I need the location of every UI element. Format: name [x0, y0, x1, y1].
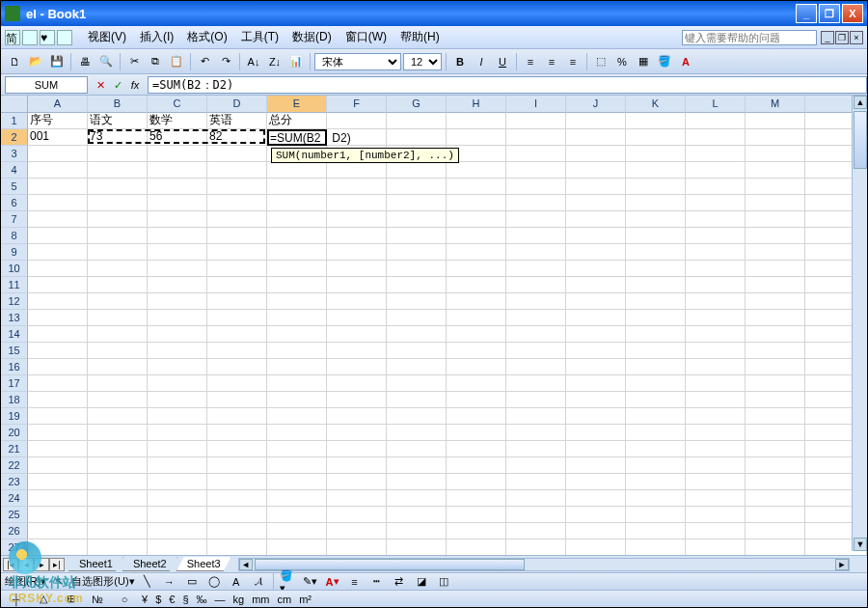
cell-I17[interactable] — [506, 375, 566, 392]
row-header[interactable]: 14 — [1, 326, 28, 343]
cell-A24[interactable] — [28, 490, 88, 507]
cell-B27[interactable] — [88, 539, 148, 556]
sheet-tab[interactable]: Sheet3 — [176, 557, 231, 571]
fx-button[interactable]: fx — [128, 78, 142, 92]
cell-A2[interactable]: 001 — [28, 129, 88, 146]
cell-J27[interactable] — [566, 539, 626, 556]
cell-F18[interactable] — [327, 392, 387, 408]
cell-H8[interactable] — [447, 228, 506, 244]
cell-C14[interactable] — [148, 326, 207, 343]
cell-L13[interactable] — [686, 310, 746, 326]
cell-D19[interactable] — [207, 408, 267, 425]
column-header[interactable]: J — [566, 96, 626, 113]
cell-B22[interactable] — [88, 457, 148, 474]
cell-M13[interactable] — [746, 310, 805, 326]
cell-E6[interactable] — [267, 195, 327, 211]
row-header[interactable]: 26 — [1, 523, 28, 539]
cell-B1[interactable]: 语文 — [88, 113, 148, 129]
open-icon[interactable]: 📂 — [26, 52, 45, 71]
cell-E12[interactable] — [267, 293, 327, 310]
row-header[interactable]: 19 — [1, 408, 28, 425]
cell-D22[interactable] — [207, 457, 267, 474]
cell-J18[interactable] — [566, 392, 626, 408]
cell-M25[interactable] — [746, 507, 805, 523]
cell-K9[interactable] — [626, 244, 686, 261]
cell-H16[interactable] — [447, 359, 506, 375]
row-header[interactable]: 10 — [1, 261, 28, 277]
cell-H10[interactable] — [447, 261, 506, 277]
cell-H18[interactable] — [447, 392, 506, 408]
cell-B3[interactable] — [88, 146, 148, 162]
cell-D1[interactable]: 英语 — [207, 113, 267, 129]
cell-M27[interactable] — [746, 539, 805, 556]
row-header[interactable]: 4 — [1, 162, 28, 179]
row-header[interactable]: 23 — [1, 474, 28, 490]
cell-E18[interactable] — [267, 392, 327, 408]
cell-I9[interactable] — [506, 244, 566, 261]
oval-icon[interactable]: ◯ — [204, 572, 224, 592]
cell-L25[interactable] — [686, 507, 746, 523]
cell-B11[interactable] — [88, 277, 148, 293]
cell-M23[interactable] — [746, 474, 805, 490]
cell-D23[interactable] — [207, 474, 267, 490]
line-color-icon[interactable]: ✎▾ — [301, 572, 320, 592]
cell-F7[interactable] — [327, 211, 387, 228]
cell-F26[interactable] — [327, 523, 387, 539]
cell-A4[interactable] — [28, 162, 88, 179]
cell-M12[interactable] — [746, 293, 805, 310]
cell-L3[interactable] — [686, 146, 746, 162]
cell-C12[interactable] — [148, 293, 207, 310]
italic-icon[interactable]: I — [472, 52, 491, 71]
cell-K24[interactable] — [626, 490, 686, 507]
cell-M22[interactable] — [746, 457, 805, 474]
menu-item[interactable]: 帮助(H) — [394, 27, 446, 47]
cell-G5[interactable] — [387, 179, 447, 195]
column-header[interactable]: G — [387, 96, 447, 113]
cell-K16[interactable] — [626, 359, 686, 375]
cell-K15[interactable] — [626, 343, 686, 359]
cell-E23[interactable] — [267, 474, 327, 490]
cell-G10[interactable] — [387, 261, 447, 277]
chart-icon[interactable]: 📊 — [286, 52, 306, 71]
align-left-icon[interactable]: ≡ — [521, 52, 540, 71]
ql-btn[interactable] — [22, 30, 38, 45]
cell-H26[interactable] — [447, 523, 506, 539]
row-header[interactable]: 17 — [1, 375, 28, 392]
cell-I5[interactable] — [506, 179, 566, 195]
cell-F16[interactable] — [327, 359, 387, 375]
cell-G16[interactable] — [387, 359, 447, 375]
align-right-icon[interactable]: ≡ — [563, 52, 583, 71]
cell-E11[interactable] — [267, 277, 327, 293]
cell-D20[interactable] — [207, 425, 267, 441]
cell-K25[interactable] — [626, 507, 686, 523]
cell-H22[interactable] — [447, 457, 506, 474]
cell-D16[interactable] — [207, 359, 267, 375]
cell-B16[interactable] — [88, 359, 148, 375]
cell-K14[interactable] — [626, 326, 686, 343]
column-header[interactable]: E — [267, 96, 327, 113]
3d-icon[interactable]: ◫ — [434, 572, 453, 592]
cell-K1[interactable] — [626, 113, 686, 129]
menu-item[interactable]: 格式(O) — [181, 27, 232, 47]
cell-H23[interactable] — [447, 474, 506, 490]
cancel-formula-button[interactable]: ✕ — [94, 78, 107, 92]
cell-C1[interactable]: 数学 — [148, 113, 207, 129]
cell-G11[interactable] — [387, 277, 447, 293]
print-icon[interactable]: 🖶 — [75, 52, 95, 71]
ql-btn[interactable] — [57, 30, 72, 45]
cell-D21[interactable] — [207, 441, 267, 457]
cell-L23[interactable] — [686, 474, 746, 490]
cell-E25[interactable] — [267, 507, 327, 523]
cell-H21[interactable] — [447, 441, 506, 457]
cell-F4[interactable] — [327, 162, 387, 179]
arrow-icon[interactable]: → — [160, 572, 179, 592]
cell-L27[interactable] — [686, 539, 746, 556]
row-header[interactable]: 8 — [1, 228, 28, 244]
cell-A1[interactable]: 序号 — [28, 113, 88, 129]
cell-G14[interactable] — [387, 326, 447, 343]
borders-icon[interactable]: ▦ — [634, 52, 653, 71]
cell-E2[interactable]: =SUM(B2：D2) — [267, 129, 327, 146]
cell-I22[interactable] — [506, 457, 566, 474]
cell-B8[interactable] — [88, 228, 148, 244]
unit-symbol[interactable]: § — [182, 594, 188, 605]
